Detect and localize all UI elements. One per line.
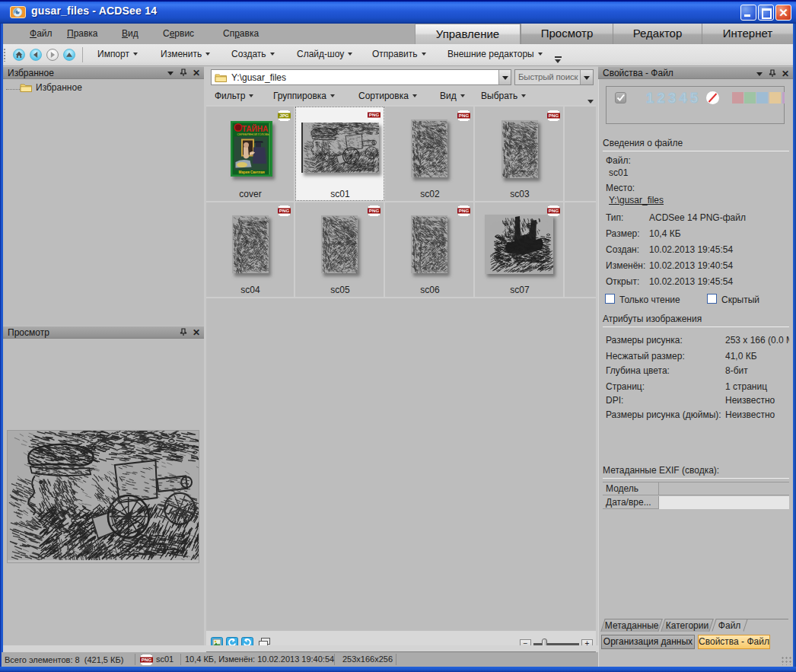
svg-text:PNG: PNG — [142, 657, 152, 662]
svg-text:PNG: PNG — [459, 113, 470, 118]
svg-text:PNG: PNG — [549, 208, 559, 213]
svg-text:ТАЙНА: ТАЙНА — [242, 124, 268, 133]
svg-text:PNG: PNG — [549, 113, 559, 118]
svg-text:PNG: PNG — [369, 208, 380, 213]
svg-text:PNG: PNG — [369, 112, 380, 117]
svg-text:СЕРЕБРЯНОЙ ГОЛОВЫ: СЕРЕБРЯНОЙ ГОЛОВЫ — [237, 133, 270, 136]
svg-text:Мария Светлая: Мария Светлая — [238, 170, 265, 174]
svg-text:PNG: PNG — [279, 208, 290, 213]
svg-text:JPG: JPG — [279, 113, 289, 118]
svg-text:PNG: PNG — [459, 208, 470, 213]
